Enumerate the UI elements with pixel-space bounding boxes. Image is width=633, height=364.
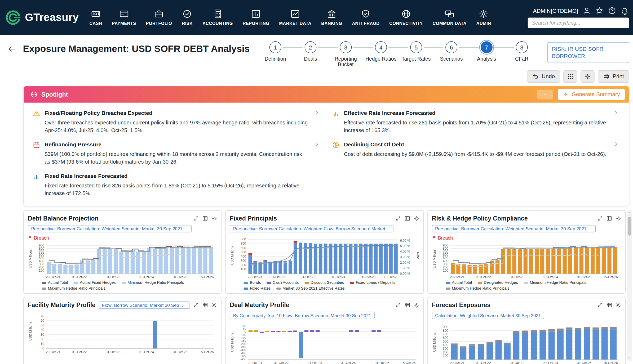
chevron-right-icon[interactable] (314, 141, 320, 147)
notifications-bell-icon[interactable] (621, 7, 629, 15)
chart-debt-balance-projection: 100200300400500600700800900USD Millions2… (28, 242, 217, 279)
gear-icon[interactable] (413, 215, 419, 221)
help-icon[interactable] (608, 7, 616, 15)
insight-fixed-floating-policy-breaches-expected[interactable]: Fixed/Floating Policy Breaches ExpectedO… (33, 110, 321, 134)
table-icon[interactable] (606, 215, 612, 221)
chart-context-chip[interactable]: By Counterparty Top: 10 Flow: Borrow Sce… (230, 312, 374, 319)
gear-icon[interactable] (211, 302, 217, 308)
step-number[interactable]: 1 (269, 41, 281, 53)
chart-context-chip[interactable]: Flow: Borrow Scenario: Market 30 Sep 202… (99, 301, 190, 309)
chevron-right-icon[interactable] (314, 110, 320, 116)
nav-item-admin[interactable]: ADMIN (471, 9, 496, 26)
step-analysis[interactable]: 7Analysis (473, 41, 500, 62)
nav-item-payments[interactable]: PAYMENTS (107, 9, 141, 26)
step-number[interactable]: 6 (445, 41, 457, 53)
table-icon[interactable] (404, 215, 410, 221)
chart-context-chip[interactable]: Perspective: Borrower Calculation: Weigh… (230, 225, 393, 232)
step-number[interactable]: 4 (375, 41, 387, 53)
step-number[interactable]: 2 (304, 41, 316, 53)
svg-text:800: 800 (241, 237, 246, 241)
chart-context-chip[interactable]: Perspective: Borrower Calculation: Weigh… (28, 225, 192, 232)
scrollbar-thumb[interactable] (628, 217, 631, 236)
svg-text:31-Oct-23: 31-Oct-23 (301, 275, 315, 279)
chevron-right-icon[interactable] (613, 141, 619, 147)
nav-item-anti-fraud[interactable]: ANTI FRAUD (347, 9, 384, 26)
nav-item-banking[interactable]: BANKING (316, 9, 347, 26)
insight-declining-cost-of-debt[interactable]: Declining Cost Of DebtCost of debt decre… (332, 141, 620, 166)
nav-item-reporting[interactable]: REPORTING (238, 9, 274, 26)
panel-actions (395, 302, 419, 308)
nav-item-portfolio[interactable]: PORTFOLIO (141, 9, 177, 26)
nav-item-risk[interactable]: RISK (177, 9, 198, 26)
svg-text:500: 500 (443, 339, 448, 343)
print-button[interactable]: Print (598, 70, 629, 82)
step-number[interactable]: 7 (481, 41, 493, 53)
global-search-input[interactable] (528, 17, 629, 28)
svg-text:31-Oct-24: 31-Oct-24 (139, 275, 154, 279)
nav-item-label: PAYMENTS (112, 21, 136, 26)
svg-text:15-Oct-26: 15-Oct-26 (603, 275, 618, 279)
svg-text:900: 900 (443, 243, 448, 247)
table-icon[interactable] (404, 302, 410, 308)
insight-fixed-rate-increase-forecasted[interactable]: Fixed Rate Increase ForecastedFixed rate… (33, 173, 321, 197)
nav-item-common-data[interactable]: COMMON DATA (428, 9, 471, 26)
legend-item: Fixed Rates (244, 286, 271, 291)
gear-icon[interactable] (615, 302, 621, 308)
step-hedge-ratios[interactable]: 4Hedge Ratios (368, 41, 395, 62)
gear-icon[interactable] (615, 215, 621, 221)
insight-text: Effective Rate Increase ForecastedEffect… (344, 110, 608, 134)
user-icon[interactable] (583, 7, 591, 15)
step-reporting-bucket[interactable]: 3Reporting Bucket (332, 41, 359, 68)
panel-header: Deal Maturity Profile (230, 300, 419, 309)
expand-icon[interactable] (395, 215, 401, 221)
step-deals[interactable]: 2Deals (297, 41, 324, 62)
nav-item-market-data[interactable]: MARKET DATA (274, 9, 316, 26)
undo-icon (532, 73, 539, 80)
vertical-scrollbar[interactable] (627, 210, 632, 361)
spotlight-collapse-button[interactable] (537, 89, 553, 99)
expand-icon[interactable] (193, 302, 199, 308)
step-scenarios[interactable]: 6Scenarios (438, 41, 465, 62)
favorites-star-icon[interactable] (595, 7, 604, 15)
svg-text:400: 400 (443, 343, 448, 347)
step-number[interactable]: 8 (516, 41, 528, 53)
svg-text:-200: -200 (241, 342, 246, 345)
step-target-rates[interactable]: 5Target Rates (403, 41, 430, 62)
chart-context-chip[interactable]: Perspective: Borrower Calculation: Weigh… (432, 225, 596, 232)
insight-text: Refinancing Pressure$39M (100.0% of port… (45, 141, 309, 166)
scroll-down-icon[interactable] (627, 355, 632, 361)
expand-icon[interactable] (597, 302, 603, 308)
insight-effective-rate-increase-forecasted[interactable]: Effective Rate Increase ForecastedEffect… (332, 110, 620, 134)
nav-item-cash[interactable]: CASH (85, 9, 107, 26)
step-number[interactable]: 5 (410, 41, 422, 53)
step-cfar[interactable]: 8CFaR (508, 41, 535, 62)
svg-text:50: 50 (41, 323, 44, 327)
insight-refinancing-pressure[interactable]: Refinancing Pressure$39M (100.0% of port… (33, 141, 321, 166)
gear-icon[interactable] (211, 215, 217, 221)
step-number[interactable]: 3 (340, 41, 352, 53)
table-icon[interactable] (606, 302, 612, 308)
chart-context-chip[interactable]: Calculation: Weighted Scenario: Market 3… (432, 312, 544, 319)
table-icon[interactable] (202, 215, 208, 221)
nav-item-accounting[interactable]: ACCOUNTING (198, 9, 238, 26)
svg-text:0: 0 (42, 347, 44, 350)
chevron-right-icon[interactable] (613, 110, 619, 116)
back-arrow-icon[interactable] (7, 44, 16, 53)
layout-grid-button[interactable] (564, 70, 578, 82)
svg-text:0: 0 (245, 330, 246, 333)
brand-logo[interactable]: GTreasury (5, 9, 79, 26)
table-icon[interactable] (202, 302, 208, 308)
nav-item-connectivity[interactable]: CONNECTIVITY (384, 9, 428, 26)
step-definition[interactable]: 1Definition (262, 41, 289, 62)
expand-icon[interactable] (395, 302, 401, 308)
gear-icon[interactable] (413, 302, 419, 308)
svg-text:31-Oct-23: 31-Oct-23 (106, 350, 120, 354)
flag-icon (432, 236, 436, 240)
svg-text:40: 40 (41, 328, 44, 332)
generate-summary-button[interactable]: Generate Summary (558, 89, 625, 100)
expand-icon[interactable] (597, 215, 603, 221)
expand-icon[interactable] (193, 215, 199, 221)
scroll-up-icon[interactable] (627, 210, 632, 216)
undo-button[interactable]: Undo (527, 70, 560, 82)
settings-button[interactable] (581, 70, 595, 82)
